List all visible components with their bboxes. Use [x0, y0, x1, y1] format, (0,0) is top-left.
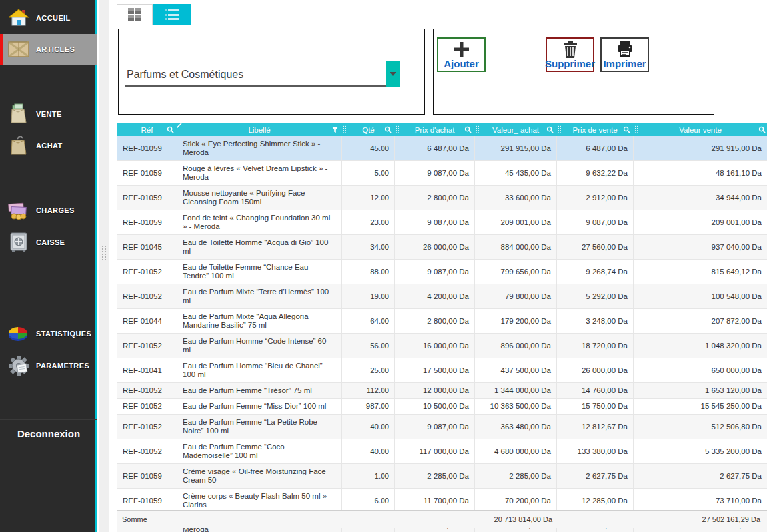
- cell-valeur_vente: 1 653 120,00 Da: [634, 383, 767, 399]
- cell-valeur_vente: 34 944,00 Da: [634, 186, 767, 210]
- cell-qte: 23.00: [342, 210, 395, 235]
- dropdown-arrow-button[interactable]: [386, 61, 400, 87]
- cell-valeur_achat: 45 435,00 Da: [475, 161, 557, 186]
- sidebar-item-label: CAISSE: [36, 238, 65, 246]
- actions-panel: Ajouter Supprimer Imprimer: [433, 29, 714, 115]
- column-header-valeur-achat[interactable]: Valeur_ achat: [475, 123, 557, 136]
- column-header-ref[interactable]: Réf: [117, 123, 177, 136]
- cell-ref: REF-01059: [117, 161, 177, 186]
- cell-ref: REF-01059: [117, 464, 177, 489]
- table-row[interactable]: REF-01045Eau de Toilette Homme “Acqua di…: [117, 235, 767, 260]
- cell-prix_vente: 6 487,00 Da: [557, 136, 634, 161]
- splitter-handle[interactable]: [101, 245, 107, 260]
- filter-icon[interactable]: [331, 126, 339, 134]
- cell-prix_achat: 9 087,00 Da: [395, 161, 475, 186]
- search-icon[interactable]: [464, 126, 472, 134]
- table-row[interactable]: REF-01059Fond de teint « Changing Founda…: [117, 210, 767, 235]
- sidebar-item-label: PARAMETRES: [36, 362, 89, 370]
- printer-icon: [616, 41, 634, 58]
- sidebar: ACCUEIL ARTICLES VENTE ACHAT CHARGES: [0, 0, 97, 532]
- print-button[interactable]: Imprimer: [600, 37, 649, 72]
- cell-prix_vente: 26 000,00 Da: [557, 358, 634, 383]
- cell-libelle: Eau de Parfum Femme “Trésor” 75 ml: [177, 383, 342, 399]
- column-header-valeur-vente[interactable]: Valeur vente: [634, 123, 767, 136]
- cell-qte: 987.00: [342, 399, 395, 415]
- cell-valeur_vente: 2 627,75 Da: [634, 464, 767, 489]
- cell-prix_achat: 12 000,00 Da: [395, 383, 475, 399]
- cell-libelle: Crème corps « Beauty Flash Balm 50 ml » …: [177, 489, 342, 513]
- search-icon[interactable]: [623, 126, 630, 134]
- cell-libelle: Eau de Toilette Homme “Acqua di Gio” 100…: [177, 235, 342, 260]
- cell-prix_achat: 4 200,00 Da: [395, 284, 475, 309]
- cell-prix_achat: 2 800,00 Da: [395, 309, 475, 334]
- column-drag-dots: [476, 125, 480, 134]
- sidebar-item-accueil[interactable]: ACCUEIL: [0, 3, 97, 33]
- cell-prix_achat: 9 087,00 Da: [395, 210, 475, 235]
- cell-valeur_achat: 179 200,00 Da: [475, 309, 557, 334]
- column-header-prix-achat[interactable]: Prix d'achat: [395, 123, 475, 136]
- category-select[interactable]: Parfums et Cosmétiques: [125, 61, 400, 87]
- add-button[interactable]: Ajouter: [437, 37, 486, 72]
- cell-valeur_vente: 207 872,00 Da: [634, 309, 767, 334]
- sidebar-item-articles[interactable]: ARTICLES: [0, 34, 97, 65]
- table-row[interactable]: REF-01044Eau de Parfum Mixte “Aqua Alleg…: [117, 309, 767, 334]
- table-row[interactable]: REF-01041Eau de Parfum Homme “Bleu de Ch…: [117, 358, 767, 383]
- summary-valeur-vente: 27 502 161,29 Da: [702, 515, 760, 523]
- tab-list-view[interactable]: [153, 4, 191, 25]
- sidebar-item-charges[interactable]: CHARGES: [0, 195, 97, 226]
- cell-ref: REF-01059: [117, 210, 177, 235]
- sidebar-item-achat[interactable]: ACHAT: [0, 131, 97, 161]
- cell-qte: 88.00: [342, 260, 395, 284]
- column-header-libelle[interactable]: Libellé: [177, 123, 342, 136]
- search-icon[interactable]: [758, 126, 766, 134]
- search-icon[interactable]: [546, 126, 554, 134]
- cell-qte: 1.00: [342, 464, 395, 489]
- tab-grid-view[interactable]: [117, 4, 153, 25]
- table-row[interactable]: REF-01052Eau de Parfum Femme “Coco Madem…: [117, 439, 767, 464]
- table-row[interactable]: REF-01059Rouge à lèvres « Velvet Dream L…: [117, 161, 767, 186]
- cell-ref: REF-01041: [117, 358, 177, 383]
- sidebar-item-statistiques[interactable]: STATISTIQUES: [0, 318, 97, 349]
- cell-prix_vente: 133 380,00 Da: [557, 439, 634, 464]
- table-header-row: Réf Libellé Qté Prix: [117, 123, 767, 136]
- add-button-label: Ajouter: [444, 58, 479, 69]
- cell-libelle: Eau de Parfum Femme “La Petite Robe Noir…: [177, 415, 342, 439]
- table-row[interactable]: REF-01059Mousse nettoyante « Purifying F…: [117, 186, 767, 210]
- splitter: [99, 0, 109, 532]
- cell-libelle: Rouge à lèvres « Velvet Dream Lipstick »…: [177, 161, 342, 186]
- table-row[interactable]: REF-01052Eau de Parfum Femme “Miss Dior”…: [117, 399, 767, 415]
- sidebar-item-caisse[interactable]: CAISSE: [0, 227, 97, 258]
- sidebar-item-label: ARTICLES: [36, 45, 75, 53]
- cell-valeur_vente: 73 710,00 Da: [634, 489, 767, 513]
- table-row[interactable]: REF-01052Eau de Parfum Femme “La Petite …: [117, 415, 767, 439]
- search-icon[interactable]: [384, 126, 392, 134]
- cell-ref: REF-01052: [117, 399, 177, 415]
- cell-valeur_achat: 799 656,00 Da: [475, 260, 557, 284]
- table-row[interactable]: REF-01059Crème corps « Beauty Flash Balm…: [117, 489, 767, 513]
- cell-ref: REF-01052: [117, 284, 177, 309]
- cell-ref: REF-01052: [117, 383, 177, 399]
- cell-ref: REF-01045: [117, 235, 177, 260]
- cell-qte: 64.00: [342, 309, 395, 334]
- safe-icon: [7, 230, 31, 254]
- table-row[interactable]: REF-01052Eau de Parfum Mixte “Terre d’He…: [117, 284, 767, 309]
- search-icon[interactable]: [167, 126, 174, 134]
- cell-valeur_vente: 100 548,00 Da: [634, 284, 767, 309]
- table-row[interactable]: REF-01052Eau de Parfum Homme “Code Inten…: [117, 334, 767, 358]
- cell-valeur_achat: 896 000,00 Da: [475, 334, 557, 358]
- sidebar-item-parametres[interactable]: PARAMETRES: [0, 350, 97, 381]
- logout-button[interactable]: Deconnexion: [0, 419, 97, 447]
- table-row[interactable]: REF-01059Crème visage « Oil-free Moistur…: [117, 464, 767, 489]
- column-header-qte[interactable]: Qté: [342, 123, 395, 136]
- delete-button-label: Supprimer: [545, 58, 595, 69]
- column-header-prix-vente[interactable]: Prix de vente: [557, 123, 634, 136]
- table-row[interactable]: REF-01052Eau de Parfum Femme “Trésor” 75…: [117, 383, 767, 399]
- sidebar-item-vente[interactable]: VENTE: [0, 99, 97, 129]
- column-drag-dots: [558, 125, 562, 134]
- cell-valeur_achat: 209 001,00 Da: [475, 210, 557, 235]
- table-row[interactable]: REF-01052Eau de Toilette Femme “Chance E…: [117, 260, 767, 284]
- delete-button[interactable]: Supprimer: [546, 37, 594, 72]
- table-row[interactable]: REF-01059Stick « Eye Perfecting Shimmer …: [117, 136, 767, 161]
- cell-valeur_vente: 48 161,10 Da: [634, 161, 767, 186]
- cell-prix_vente: 5 292,00 Da: [557, 284, 634, 309]
